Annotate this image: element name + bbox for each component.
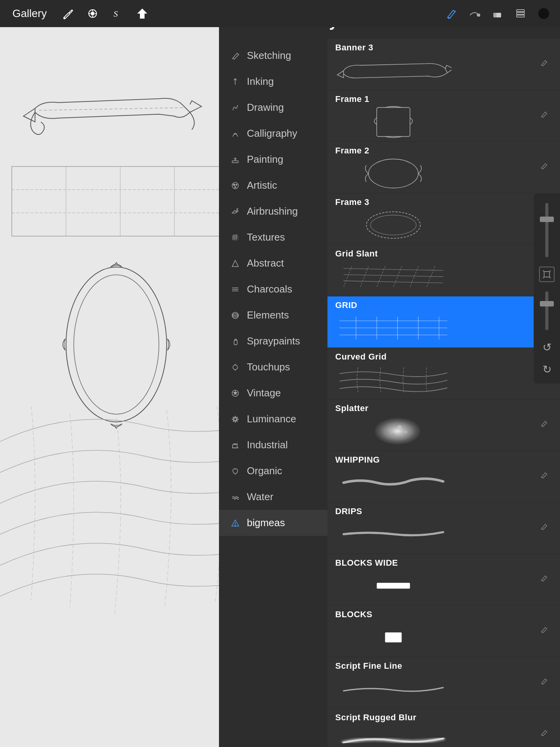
wrench-icon[interactable]	[59, 5, 76, 22]
svg-line-50	[343, 269, 443, 270]
sidebar-item-charcoals[interactable]: Charcoals	[219, 276, 327, 302]
svg-point-22	[66, 267, 167, 422]
sidebar-item-inking[interactable]: Inking	[219, 69, 327, 95]
brush-preview-drips	[335, 519, 451, 550]
transform-icon[interactable]	[539, 267, 555, 282]
industrial-label: Industrial	[247, 439, 288, 451]
charcoals-label: Charcoals	[247, 283, 292, 295]
sidebar-item-artistic[interactable]: Artistic	[219, 172, 327, 198]
color-picker-icon[interactable]	[535, 5, 552, 22]
inking-icon	[230, 76, 241, 87]
brush-name-blocks: BLOCKS	[335, 609, 537, 620]
drawing-label: Drawing	[247, 102, 284, 114]
layers-icon[interactable]	[512, 5, 529, 22]
edit-icon-whipping[interactable]	[540, 471, 551, 482]
brush-item-frame2[interactable]: Frame 2	[327, 142, 560, 193]
sidebar-item-water[interactable]: Water	[219, 484, 327, 510]
opacity-slider[interactable]	[545, 291, 548, 330]
sidebar-item-luminance[interactable]: Luminance	[219, 406, 327, 432]
spraypaints-label: Spraypaints	[247, 335, 300, 347]
brush-size-slider[interactable]	[545, 203, 548, 257]
sidebar-item-bigmeas[interactable]: bigmeas	[219, 510, 327, 536]
svg-point-29	[236, 210, 238, 212]
svg-point-2	[91, 12, 94, 15]
brush-item-gridslant[interactable]: Grid Slant	[327, 245, 560, 296]
brush-name-scriptrugged: Script Rugged Blur	[335, 713, 537, 723]
sidebar-item-vintage[interactable]: Vintage	[219, 380, 327, 406]
brush-name-banner3: Banner 3	[335, 43, 537, 53]
redo-button[interactable]: ↻	[541, 361, 553, 377]
brush-item-scriptfineline[interactable]: Script Fine Line	[327, 657, 560, 709]
brush-item-drips[interactable]: DRIPS	[327, 503, 560, 554]
brush-preview-grid	[335, 313, 451, 344]
edit-icon-scriptrugged[interactable]	[540, 729, 551, 740]
svg-line-12	[39, 108, 186, 110]
sidebar-item-industrial[interactable]: Industrial	[219, 432, 327, 458]
brush-info-grid: GRID	[335, 300, 537, 344]
smudge-tool-icon[interactable]	[465, 5, 482, 22]
svg-rect-9	[517, 12, 524, 14]
brush-item-scriptrugged[interactable]: Script Rugged Blur	[327, 709, 560, 747]
water-icon	[230, 492, 241, 503]
sidebar-item-touchups[interactable]: Touchups	[219, 354, 327, 380]
industrial-icon	[230, 440, 241, 451]
category-list: Sketching Inking Drawing	[219, 39, 327, 747]
water-label: Water	[247, 491, 273, 503]
edit-icon-frame1[interactable]	[540, 110, 551, 121]
brush-item-blockswide[interactable]: BLOCKS WIDE	[327, 554, 560, 606]
eraser-tool-icon[interactable]	[489, 5, 506, 22]
sidebar-item-sketching[interactable]: Sketching	[219, 43, 327, 69]
brush-item-banner3[interactable]: Banner 3	[327, 39, 560, 90]
brush-name-frame1: Frame 1	[335, 94, 537, 104]
sidebar-item-textures[interactable]: Textures	[219, 224, 327, 250]
sidebar-item-painting[interactable]: Painting	[219, 146, 327, 172]
svg-point-47	[369, 159, 419, 188]
edit-icon-frame2[interactable]	[540, 162, 551, 173]
brush-item-grid[interactable]: GRID	[327, 296, 560, 348]
brush-info-drips: DRIPS	[335, 506, 537, 550]
pencil-tool-icon[interactable]	[442, 5, 459, 22]
brush-preview-frame2	[335, 158, 451, 189]
brush-name-scriptfineline: Script Fine Line	[335, 661, 537, 671]
svg-point-48	[366, 212, 420, 239]
gallery-button[interactable]: Gallery	[8, 4, 52, 23]
artistic-icon	[230, 180, 241, 191]
edit-icon-blockswide[interactable]	[540, 574, 551, 585]
brush-item-whipping[interactable]: WHIPPING	[327, 451, 560, 503]
sidebar-item-airbrushing[interactable]: Airbrushing	[219, 198, 327, 224]
brush-item-frame1[interactable]: Frame 1	[327, 90, 560, 142]
edit-icon-scriptfineline[interactable]	[540, 677, 551, 688]
brush-item-curvedgrid[interactable]: Curved Grid	[327, 348, 560, 399]
brush-preview-blocks	[335, 622, 451, 653]
brush-item-blocks[interactable]: BLOCKS	[327, 606, 560, 657]
edit-icon-banner3[interactable]	[540, 59, 551, 70]
luminance-label: Luminance	[247, 413, 296, 425]
abstract-label: Abstract	[247, 257, 284, 269]
edit-icon-blocks[interactable]	[540, 626, 551, 637]
textures-label: Textures	[247, 231, 285, 243]
drawing-icon	[230, 102, 241, 113]
navigate-icon[interactable]	[134, 5, 151, 22]
undo-button[interactable]: ↺	[541, 339, 553, 355]
sidebar-item-drawing[interactable]: Drawing	[219, 95, 327, 120]
stroke-icon[interactable]: S	[109, 5, 126, 22]
brush-item-splatter[interactable]: Splatter	[327, 399, 560, 451]
inking-label: Inking	[247, 76, 274, 88]
sidebar-item-spraypaints[interactable]: Spraypaints	[219, 328, 327, 354]
brush-info-whipping: WHIPPING	[335, 455, 537, 498]
svg-point-68	[388, 428, 390, 430]
svg-point-67	[375, 418, 420, 445]
brush-item-frame3[interactable]: Frame 3	[327, 193, 560, 245]
edit-icon-drips[interactable]	[540, 523, 551, 534]
sidebar-item-organic[interactable]: Organic	[219, 458, 327, 484]
sidebar-item-calligraphy[interactable]: Calligraphy	[219, 120, 327, 146]
edit-icon-splatter[interactable]	[540, 420, 551, 430]
sidebar-item-elements[interactable]: Elements	[219, 302, 327, 328]
brush-settings-icon[interactable]	[84, 5, 101, 22]
brush-preview-frame3	[335, 210, 451, 241]
svg-line-53	[343, 266, 352, 287]
sidebar-item-abstract[interactable]: Abstract	[219, 250, 327, 276]
brush-name-grid: GRID	[335, 300, 537, 310]
elements-icon	[230, 310, 241, 321]
svg-point-28	[235, 186, 236, 188]
